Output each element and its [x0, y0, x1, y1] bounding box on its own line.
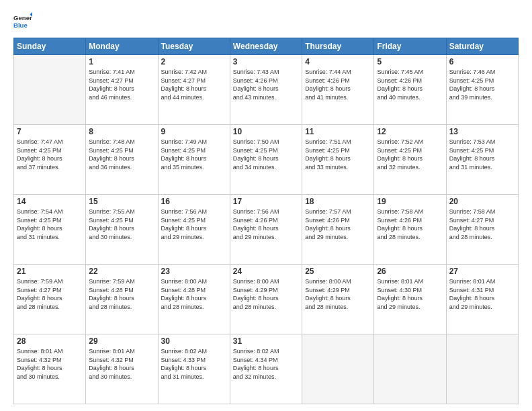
calendar-day-cell: 5Sunrise: 7:45 AM Sunset: 4:26 PM Daylig… — [374, 55, 446, 125]
day-info: Sunrise: 8:01 AM Sunset: 4:30 PM Dayligh… — [377, 277, 443, 311]
calendar-day-cell: 11Sunrise: 7:51 AM Sunset: 4:25 PM Dayli… — [302, 125, 374, 195]
day-info: Sunrise: 7:53 AM Sunset: 4:25 PM Dayligh… — [449, 138, 515, 171]
calendar-day-cell — [14, 55, 86, 125]
svg-text:General: General — [13, 14, 32, 21]
day-info: Sunrise: 7:44 AM Sunset: 4:26 PM Dayligh… — [305, 68, 371, 101]
calendar-day-cell: 31Sunrise: 8:02 AM Sunset: 4:34 PM Dayli… — [230, 334, 302, 404]
calendar-day-cell: 25Sunrise: 8:00 AM Sunset: 4:29 PM Dayli… — [302, 265, 374, 334]
calendar-day-cell: 10Sunrise: 7:50 AM Sunset: 4:25 PM Dayli… — [230, 125, 302, 195]
calendar-day-cell: 18Sunrise: 7:57 AM Sunset: 4:26 PM Dayli… — [302, 195, 374, 265]
calendar-day-cell: 17Sunrise: 7:56 AM Sunset: 4:26 PM Dayli… — [230, 195, 302, 265]
calendar-day-cell: 1Sunrise: 7:41 AM Sunset: 4:27 PM Daylig… — [86, 55, 158, 125]
day-of-week-header: Friday — [374, 38, 446, 55]
day-number: 28 — [17, 336, 83, 346]
day-number: 23 — [161, 267, 227, 276]
calendar-week-row: 28Sunrise: 8:01 AM Sunset: 4:32 PM Dayli… — [14, 334, 519, 404]
day-number: 20 — [449, 197, 515, 206]
calendar-day-cell: 19Sunrise: 7:58 AM Sunset: 4:26 PM Dayli… — [374, 195, 446, 265]
day-info: Sunrise: 7:52 AM Sunset: 4:25 PM Dayligh… — [377, 138, 443, 171]
calendar-day-cell: 2Sunrise: 7:42 AM Sunset: 4:27 PM Daylig… — [158, 55, 230, 125]
day-info: Sunrise: 7:54 AM Sunset: 4:25 PM Dayligh… — [17, 208, 83, 241]
page: General Blue SundayMondayTuesdayWednesda… — [0, 0, 532, 411]
day-of-week-header: Tuesday — [158, 38, 230, 55]
calendar-table: SundayMondayTuesdayWednesdayThursdayFrid… — [13, 38, 519, 404]
day-info: Sunrise: 7:51 AM Sunset: 4:25 PM Dayligh… — [305, 138, 371, 171]
day-info: Sunrise: 7:45 AM Sunset: 4:26 PM Dayligh… — [377, 68, 443, 101]
day-info: Sunrise: 8:01 AM Sunset: 4:32 PM Dayligh… — [17, 347, 83, 381]
day-info: Sunrise: 7:48 AM Sunset: 4:25 PM Dayligh… — [89, 138, 154, 171]
day-number: 9 — [161, 127, 227, 136]
day-info: Sunrise: 8:00 AM Sunset: 4:29 PM Dayligh… — [233, 277, 299, 311]
day-info: Sunrise: 8:00 AM Sunset: 4:29 PM Dayligh… — [305, 277, 371, 311]
calendar-day-cell: 15Sunrise: 7:55 AM Sunset: 4:25 PM Dayli… — [86, 195, 158, 265]
day-number: 25 — [305, 267, 371, 276]
day-number: 10 — [233, 127, 299, 136]
day-number: 3 — [233, 57, 299, 66]
calendar-day-cell: 24Sunrise: 8:00 AM Sunset: 4:29 PM Dayli… — [230, 265, 302, 334]
calendar-header-row: SundayMondayTuesdayWednesdayThursdayFrid… — [14, 38, 519, 55]
day-info: Sunrise: 8:02 AM Sunset: 4:33 PM Dayligh… — [161, 347, 227, 381]
day-info: Sunrise: 7:49 AM Sunset: 4:25 PM Dayligh… — [161, 138, 227, 171]
calendar-week-row: 14Sunrise: 7:54 AM Sunset: 4:25 PM Dayli… — [14, 195, 519, 265]
day-info: Sunrise: 8:02 AM Sunset: 4:34 PM Dayligh… — [233, 347, 299, 381]
calendar-day-cell: 21Sunrise: 7:59 AM Sunset: 4:27 PM Dayli… — [14, 265, 86, 334]
calendar-day-cell: 8Sunrise: 7:48 AM Sunset: 4:25 PM Daylig… — [86, 125, 158, 195]
day-info: Sunrise: 7:55 AM Sunset: 4:25 PM Dayligh… — [89, 208, 154, 241]
calendar-day-cell: 4Sunrise: 7:44 AM Sunset: 4:26 PM Daylig… — [302, 55, 374, 125]
day-number: 17 — [233, 197, 299, 206]
day-info: Sunrise: 8:01 AM Sunset: 4:31 PM Dayligh… — [449, 277, 515, 311]
day-number: 31 — [233, 336, 299, 346]
calendar-day-cell — [302, 334, 374, 404]
calendar-day-cell: 30Sunrise: 8:02 AM Sunset: 4:33 PM Dayli… — [158, 334, 230, 404]
day-info: Sunrise: 8:01 AM Sunset: 4:32 PM Dayligh… — [89, 347, 154, 381]
calendar-day-cell: 28Sunrise: 8:01 AM Sunset: 4:32 PM Dayli… — [14, 334, 86, 404]
calendar-week-row: 21Sunrise: 7:59 AM Sunset: 4:27 PM Dayli… — [14, 265, 519, 334]
day-info: Sunrise: 7:57 AM Sunset: 4:26 PM Dayligh… — [305, 208, 371, 241]
day-number: 12 — [377, 127, 443, 136]
calendar-day-cell: 29Sunrise: 8:01 AM Sunset: 4:32 PM Dayli… — [86, 334, 158, 404]
day-info: Sunrise: 7:47 AM Sunset: 4:25 PM Dayligh… — [17, 138, 83, 171]
calendar-day-cell: 27Sunrise: 8:01 AM Sunset: 4:31 PM Dayli… — [446, 265, 518, 334]
day-info: Sunrise: 7:43 AM Sunset: 4:26 PM Dayligh… — [233, 68, 299, 101]
day-of-week-header: Thursday — [302, 38, 374, 55]
day-number: 8 — [89, 127, 154, 136]
day-of-week-header: Wednesday — [230, 38, 302, 55]
header: General Blue — [13, 12, 519, 31]
day-number: 27 — [449, 267, 515, 276]
day-number: 18 — [305, 197, 371, 206]
calendar-day-cell: 26Sunrise: 8:01 AM Sunset: 4:30 PM Dayli… — [374, 265, 446, 334]
day-number: 30 — [161, 336, 227, 346]
calendar-day-cell: 14Sunrise: 7:54 AM Sunset: 4:25 PM Dayli… — [14, 195, 86, 265]
day-of-week-header: Monday — [86, 38, 158, 55]
logo-icon: General Blue — [13, 12, 32, 31]
day-number: 16 — [161, 197, 227, 206]
day-number: 1 — [89, 57, 154, 66]
day-of-week-header: Sunday — [14, 38, 86, 55]
day-number: 29 — [89, 336, 154, 346]
calendar-day-cell: 6Sunrise: 7:46 AM Sunset: 4:25 PM Daylig… — [446, 55, 518, 125]
day-info: Sunrise: 8:00 AM Sunset: 4:28 PM Dayligh… — [161, 277, 227, 311]
svg-text:Blue: Blue — [13, 21, 28, 29]
day-info: Sunrise: 7:46 AM Sunset: 4:25 PM Dayligh… — [449, 68, 515, 101]
calendar-day-cell: 7Sunrise: 7:47 AM Sunset: 4:25 PM Daylig… — [14, 125, 86, 195]
calendar-day-cell — [446, 334, 518, 404]
calendar-day-cell: 20Sunrise: 7:58 AM Sunset: 4:27 PM Dayli… — [446, 195, 518, 265]
day-info: Sunrise: 7:41 AM Sunset: 4:27 PM Dayligh… — [89, 68, 154, 101]
day-number: 24 — [233, 267, 299, 276]
calendar-day-cell: 3Sunrise: 7:43 AM Sunset: 4:26 PM Daylig… — [230, 55, 302, 125]
day-info: Sunrise: 7:59 AM Sunset: 4:28 PM Dayligh… — [89, 277, 154, 311]
day-number: 15 — [89, 197, 154, 206]
day-number: 13 — [449, 127, 515, 136]
day-number: 4 — [305, 57, 371, 66]
day-number: 11 — [305, 127, 371, 136]
day-number: 14 — [17, 197, 83, 206]
calendar-day-cell: 13Sunrise: 7:53 AM Sunset: 4:25 PM Dayli… — [446, 125, 518, 195]
day-number: 7 — [17, 127, 83, 136]
logo: General Blue — [13, 12, 32, 31]
day-info: Sunrise: 7:58 AM Sunset: 4:26 PM Dayligh… — [377, 208, 443, 241]
day-number: 19 — [377, 197, 443, 206]
day-info: Sunrise: 7:50 AM Sunset: 4:25 PM Dayligh… — [233, 138, 299, 171]
day-number: 21 — [17, 267, 83, 276]
day-info: Sunrise: 7:59 AM Sunset: 4:27 PM Dayligh… — [17, 277, 83, 311]
day-number: 2 — [161, 57, 227, 66]
